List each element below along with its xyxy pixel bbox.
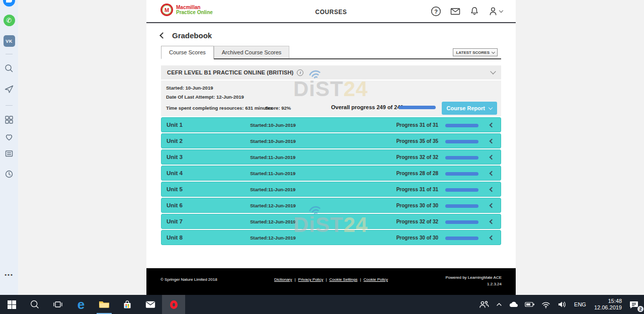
- unit-row[interactable]: Unit 1Started:10-Jun-2019Progress 31 of …: [161, 117, 501, 132]
- network-button[interactable]: [538, 295, 554, 314]
- clock[interactable]: 15:4812.06.2019: [590, 295, 626, 314]
- my-flow-send-icon[interactable]: [0, 84, 18, 94]
- unit-row[interactable]: Unit 8Started:12-Jun-2019Progress 30 of …: [161, 230, 501, 245]
- profile-menu[interactable]: [488, 6, 503, 17]
- latest-scores-label: LATEST SCORES: [456, 50, 490, 55]
- sidebar-divider: [6, 54, 13, 54]
- site-footer: © Springer Nature Limited 2018 Dictionar…: [146, 268, 516, 295]
- unit-progress-bar: [445, 237, 478, 240]
- bookmarks-heart-icon[interactable]: [0, 132, 18, 142]
- footer-link-dictionary[interactable]: Dictionary: [274, 277, 292, 282]
- chevron-up-icon: [496, 301, 503, 308]
- expand-chevron-icon[interactable]: [490, 171, 495, 176]
- footer-version: 1.2.3.24: [445, 281, 502, 287]
- course-score: Score: 92%: [265, 105, 291, 111]
- expand-chevron-icon[interactable]: [490, 236, 495, 241]
- news-feed-icon[interactable]: [0, 148, 18, 159]
- course-last-attempt: Date Of Last Attempt: 12-Jun-2019: [166, 94, 244, 100]
- tabbar: Course Scores Archived Course Scores: [161, 46, 501, 59]
- people-icon: [478, 299, 490, 309]
- store-button[interactable]: [116, 295, 139, 314]
- battery-icon: [525, 301, 535, 308]
- sidebar-more-icon[interactable]: •••: [0, 272, 18, 278]
- back-button[interactable]: [159, 32, 166, 39]
- volume-button[interactable]: [554, 295, 570, 314]
- browser-window: ✆ VK ••• M Macmillan: [0, 0, 644, 295]
- taskbar-search-button[interactable]: [23, 295, 46, 314]
- edge-button[interactable]: e: [69, 295, 93, 314]
- sidebar-divider: [6, 105, 13, 106]
- onedrive-button[interactable]: [506, 295, 522, 314]
- tab-course-scores[interactable]: Course Scores: [161, 46, 214, 59]
- windows-taskbar: e: [0, 295, 644, 314]
- mail-button[interactable]: [139, 295, 162, 314]
- unit-row[interactable]: Unit 6Started:12-Jun-2019Progress 30 of …: [161, 198, 501, 213]
- tray-date: 12.06.2019: [594, 304, 622, 311]
- help-icon[interactable]: ?: [431, 6, 441, 17]
- store-icon: [122, 299, 132, 309]
- unit-progress-bar: [445, 156, 478, 160]
- unit-row[interactable]: Unit 7Started:12-Jun-2019Progress 32 of …: [161, 214, 501, 229]
- task-view-button[interactable]: [46, 295, 69, 314]
- task-view-icon: [53, 299, 63, 309]
- unit-row[interactable]: Unit 5Started:11-Jun-2019Progress 31 of …: [161, 182, 501, 197]
- page-content: M Macmillan Practice Online COURSES ?: [146, 0, 516, 295]
- footer-link-cookie-settings[interactable]: Cookie Settings: [329, 277, 357, 282]
- opera-sidebar: ✆ VK •••: [0, 0, 18, 295]
- unit-row[interactable]: Unit 2Started:10-Jun-2019Progress 35 of …: [161, 133, 501, 148]
- expand-chevron-icon[interactable]: [490, 155, 495, 160]
- overall-progress-bar: [398, 106, 436, 109]
- file-explorer-icon: [98, 299, 110, 309]
- action-center-button[interactable]: 2: [626, 295, 644, 314]
- bell-icon[interactable]: [469, 6, 479, 17]
- messenger-icon[interactable]: [0, 0, 18, 7]
- search-icon[interactable]: [0, 63, 18, 73]
- unit-progress-bar: [445, 172, 478, 176]
- history-clock-icon[interactable]: [0, 169, 18, 179]
- unit-progress-bar: [445, 204, 478, 208]
- tab-archived-course-scores[interactable]: Archived Course Scores: [214, 46, 290, 58]
- mail-app-icon: [145, 299, 156, 309]
- footer-link-privacy[interactable]: Privacy Policy: [298, 277, 324, 282]
- battery-button[interactable]: [522, 295, 538, 314]
- speed-dial-icon[interactable]: [0, 115, 18, 125]
- latest-scores-dropdown[interactable]: LATEST SCORES: [453, 48, 498, 56]
- footer-copyright: © Springer Nature Limited 2018: [160, 277, 217, 282]
- expand-chevron-icon[interactable]: [490, 123, 495, 128]
- course-started: Started: 10-Jun-2019: [166, 85, 213, 91]
- expand-chevron-icon[interactable]: [490, 219, 495, 224]
- edge-icon: e: [77, 298, 85, 311]
- expand-chevron-icon[interactable]: [490, 203, 495, 208]
- expand-chevron-icon[interactable]: [490, 187, 495, 192]
- course-header-row[interactable]: CEFR LEVEL B1 PRACTICE ONLINE (BRITISH) …: [161, 65, 501, 81]
- page-title: Gradebook: [172, 31, 212, 40]
- search-icon: [30, 299, 40, 309]
- file-explorer-button[interactable]: [93, 295, 116, 314]
- tray-expand-button[interactable]: [493, 295, 506, 314]
- course-time-spent: Time spent completing resources: 631 min…: [166, 105, 273, 111]
- vk-icon[interactable]: VK: [0, 35, 18, 47]
- people-button[interactable]: [475, 295, 493, 314]
- unit-row[interactable]: Unit 3Started:11-Jun-2019Progress 32 of …: [161, 149, 501, 165]
- unit-list: Unit 1Started:10-Jun-2019Progress 31 of …: [161, 117, 501, 246]
- info-icon[interactable]: i: [297, 69, 303, 76]
- unit-progress-bar: [445, 188, 478, 192]
- expand-chevron-icon[interactable]: [490, 139, 495, 144]
- unit-row[interactable]: Unit 4Started:11-Jun-2019Progress 28 of …: [161, 166, 501, 181]
- course-panel: CEFR LEVEL B1 PRACTICE ONLINE (BRITISH) …: [161, 65, 501, 116]
- footer-link-cookie-policy[interactable]: Cookie Policy: [364, 277, 388, 282]
- profile-chevron-icon: [499, 9, 503, 13]
- windows-logo-icon: [8, 300, 16, 309]
- collapse-chevron-icon[interactable]: [490, 68, 496, 74]
- svg-text:?: ?: [434, 9, 438, 15]
- language-indicator[interactable]: ENG: [570, 295, 590, 314]
- speaker-icon: [557, 300, 567, 308]
- opera-button[interactable]: [162, 295, 185, 314]
- start-button[interactable]: [0, 295, 23, 314]
- opera-icon: [170, 300, 178, 309]
- course-details: Started: 10-Jun-2019 Date Of Last Attemp…: [161, 81, 501, 116]
- profile-icon: [488, 6, 498, 17]
- course-report-button[interactable]: Course Report: [442, 102, 497, 115]
- whatsapp-icon[interactable]: ✆: [0, 15, 18, 26]
- mail-icon[interactable]: [450, 6, 461, 17]
